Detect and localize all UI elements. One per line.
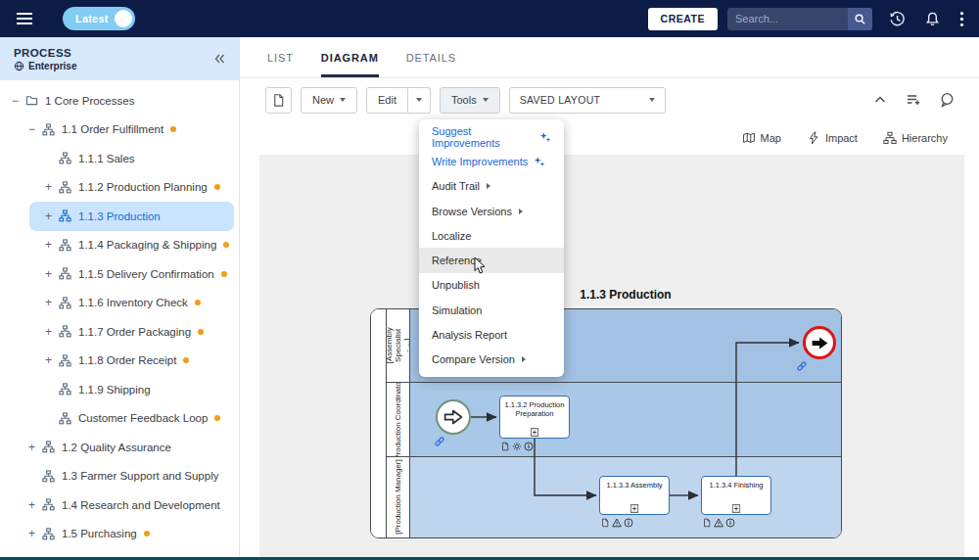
tree-item-core-processes[interactable]: − 1 Core Processes [0,86,239,116]
impact-action-label: Impact [825,132,858,144]
subprocess-marker-icon[interactable] [531,428,539,437]
tree-item-label: 1.4 Research and Development [62,499,220,511]
end-event[interactable] [803,326,836,359]
impact-action[interactable]: Impact [807,131,858,145]
menu-item-unpublish[interactable]: Unpublish [419,273,564,298]
tab-list[interactable]: LIST [267,37,294,77]
collapse-toolbar-button[interactable] [872,92,888,108]
task-finishing[interactable]: 1.1.3.4 Finishing [701,476,771,515]
gear-icon [512,442,522,451]
tree-expander[interactable]: + [45,296,59,309]
layout-select[interactable]: SAVED LAYOUT [509,87,666,114]
link-icon[interactable] [434,436,445,447]
tree-item-research-development[interactable]: + 1.4 Research and Development [0,490,239,520]
chevron-down-icon [649,98,655,102]
hierarchy-action[interactable]: Hierarchy [883,131,948,145]
sidebar-collapse-button[interactable] [211,51,227,67]
tools-button-label: Tools [451,94,477,106]
tree-expander[interactable]: + [45,353,59,367]
menu-item-localize[interactable]: Localize [419,223,564,248]
menu-item-analysis-report[interactable]: Analysis Report [419,322,564,347]
tree-item-purchasing[interactable]: + 1.5 Purchasing [0,520,239,549]
task-assembly[interactable]: 1.1.3.3 Assembly [599,476,670,515]
task-label: 1.1.3.4 Finishing [709,481,763,490]
process-icon [59,383,72,396]
tab-diagram[interactable]: DIAGRAM [321,37,379,77]
comments-button[interactable] [939,92,955,108]
submenu-caret-icon [522,356,526,362]
tree-item-production-planning[interactable]: + 1.1.2 Production Planning [0,173,239,203]
tree-item-order-receipt[interactable]: + 1.1.8 Order Receipt [0,347,239,376]
tree-item-production-selected[interactable]: + 1.1.3 Production [29,202,234,231]
tree-expander[interactable]: + [45,325,59,339]
folder-icon [25,94,39,107]
tree-expander[interactable]: + [45,210,59,223]
info-icon [524,442,534,451]
document-button[interactable] [265,87,292,114]
new-button[interactable]: New [301,87,357,114]
process-icon [59,325,72,338]
task-production-preparation[interactable]: 1.1.3.2 Production Preparation [499,396,570,439]
process-icon [59,181,72,194]
history-button[interactable] [889,11,906,27]
tools-button[interactable]: Tools [440,87,500,114]
notifications-button[interactable] [924,11,941,27]
edit-dropdown-button[interactable] [408,87,431,114]
tree-item-farmer-support[interactable]: 1.3 Farmer Support and Supply [0,462,239,491]
diagram-canvas[interactable]: 1.1.3 Production [Assembly Specialist - … [259,155,964,557]
view-tabs: LIST DIAGRAM DETAILS [240,37,979,78]
menu-item-browse-versions[interactable]: Browse Versions [419,199,564,223]
tree-expander[interactable]: − [12,94,25,108]
subprocess-marker-icon[interactable] [630,504,639,513]
menu-item-audit-trail[interactable]: Audit Trail [419,174,564,199]
tree-item-quality-assurance[interactable]: + 1.2 Quality Assurance [0,433,239,462]
tree-item-packaging-shipping[interactable]: + 1.1.4 Packaging & Shipping [0,231,239,260]
menu-item-label: Reference [432,255,482,266]
tree-expander[interactable]: − [28,122,42,136]
main-content: LIST DIAGRAM DETAILS New Edit Tools SAVE… [240,37,979,557]
search-icon [854,13,866,25]
search-button[interactable] [848,8,872,30]
warning-icon [612,518,622,528]
playlist-add-icon [906,92,921,108]
add-note-button[interactable] [906,92,921,108]
diagram-toolbar: New Edit Tools SAVED LAYOUT [240,78,979,121]
more-options-button[interactable] [959,11,964,27]
tree-item-support-processes[interactable]: + 2 Support Processes [0,548,239,557]
tab-details[interactable]: DETAILS [406,37,456,77]
hamburger-menu-button[interactable] [16,12,33,25]
create-button[interactable]: CREATE [648,8,718,30]
latest-toggle[interactable]: Latest [63,7,135,30]
tree-expander[interactable]: + [45,238,59,252]
tree-item-label: 1.1.8 Order Receipt [78,354,176,366]
subprocess-marker-icon[interactable] [732,504,741,513]
tree-expander[interactable]: + [28,498,42,512]
menu-item-suggest-improvements[interactable]: Suggest Improvements [419,124,564,149]
menu-item-simulation[interactable]: Simulation [419,298,564,322]
link-icon[interactable] [796,360,808,372]
tree-item-order-fulfillment[interactable]: − 1.1 Order Fulfillment [0,116,239,145]
submenu-caret-icon [519,209,523,214]
tree-item-customer-feedback-loop[interactable]: Customer Feedback Loop [0,404,239,434]
tree-item-inventory-check[interactable]: + 1.1.6 Inventory Check [0,289,239,318]
tree-expander[interactable]: + [28,527,42,540]
map-action[interactable]: Map [742,131,781,145]
process-icon [59,297,72,309]
process-icon [42,528,56,540]
menu-item-compare-version[interactable]: Compare Version [419,348,564,372]
search-input[interactable] [727,8,848,30]
tree-item-sales[interactable]: 1.1.1 Sales [0,144,239,173]
tree-expander[interactable]: + [28,441,42,454]
ai-sparkle-icon [534,156,545,167]
start-event[interactable] [436,399,471,435]
status-dot-orange [144,531,150,537]
menu-item-reference[interactable]: Reference [419,248,564,272]
menu-item-write-improvements[interactable]: Write Improvements [419,149,564,173]
tree-item-order-packaging[interactable]: + 1.1.7 Order Packaging [0,317,239,347]
tree-item-shipping[interactable]: 1.1.9 Shipping [0,375,239,404]
tree-expander[interactable]: + [45,267,59,281]
edit-button[interactable]: Edit [366,87,408,114]
tree-expander[interactable]: + [45,180,59,194]
top-bar: Latest CREATE [0,0,979,37]
tree-item-delivery-confirmation[interactable]: + 1.1.5 Delivery Confirmation [0,259,239,289]
